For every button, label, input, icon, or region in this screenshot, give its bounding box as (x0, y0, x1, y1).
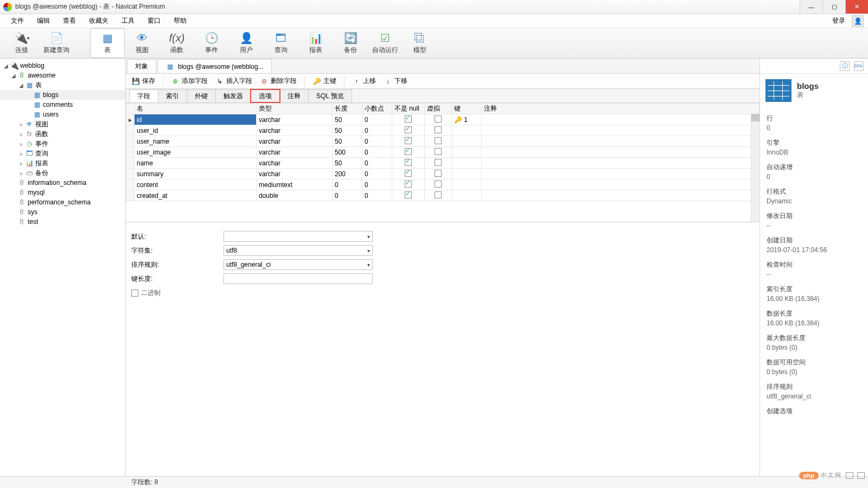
queries-icon: 🗔 (25, 149, 34, 158)
toolbar-query[interactable]: 🗔查询 (264, 28, 298, 58)
toolbar-autorun[interactable]: ☑自动运行 (368, 28, 403, 58)
grid-row[interactable]: contentmediumtext00 (126, 179, 760, 190)
grid-row[interactable]: user_namevarchar500 (126, 136, 760, 147)
query-icon: 🗔 (275, 31, 288, 44)
grid-row[interactable]: namevarchar500 (126, 158, 760, 169)
sql-icon: DDL (854, 63, 863, 68)
scrollbar-thumb[interactable] (751, 114, 760, 121)
grid-scrollbar[interactable] (751, 114, 760, 222)
tree-table-users[interactable]: ▦users (0, 110, 125, 119)
dtab-options[interactable]: 选项 (251, 89, 280, 102)
maximize-button[interactable]: ▢ (822, 0, 845, 14)
delete-field-button[interactable]: ⊖删除字段 (260, 76, 297, 86)
status-text: 字段数: 8 (131, 478, 158, 487)
connection-icon: 🔌 (10, 61, 18, 70)
tree-db-test[interactable]: 🛢test (0, 217, 125, 227)
toolbar-connect[interactable]: 🔌▾连接 (4, 28, 39, 58)
toolbar-report[interactable]: 📊报表 (298, 28, 333, 58)
grid-row[interactable]: summaryvarchar2000 (126, 169, 760, 179)
prop-row: 行0 (767, 114, 861, 132)
default-input[interactable]: ▾ (224, 231, 373, 242)
tree-table-comments[interactable]: ▦comments (0, 100, 125, 110)
keylen-label: 键长度: (131, 274, 224, 284)
info-button[interactable]: ⓘ (840, 61, 850, 71)
login-link[interactable]: 登录 (828, 16, 850, 25)
toolbar-model[interactable]: ⿻模型 (403, 28, 437, 58)
tree-database[interactable]: ◢🛢awesome (0, 70, 125, 80)
toolbar-user[interactable]: 👤用户 (229, 28, 264, 58)
tree-tables-folder[interactable]: ◢▦表 (0, 80, 125, 90)
dtab-comment[interactable]: 注释 (279, 89, 309, 102)
prop-row: 排序规则utf8_general_ci (767, 382, 861, 400)
move-down-button[interactable]: ↓下移 (384, 76, 407, 86)
dtab-indexes[interactable]: 索引 (158, 89, 187, 102)
tree-views[interactable]: ▹👁视图 (0, 119, 125, 129)
binary-checkbox[interactable]: 二进制 (131, 288, 161, 298)
chevron-down-icon: ▾ (367, 262, 370, 268)
close-button[interactable]: ✕ (845, 0, 868, 14)
toolbar-view[interactable]: 👁视图 (125, 28, 159, 58)
toolbar-new-query[interactable]: 📄新建查询 (39, 28, 74, 58)
tree-backups[interactable]: ▹🗃备份 (0, 168, 125, 178)
minimize-button[interactable]: — (800, 0, 822, 14)
prop-row: 数据长度16.00 KB (16,384) (767, 309, 861, 327)
menu-view[interactable]: 查看 (56, 16, 82, 25)
menu-help[interactable]: 帮助 (167, 16, 193, 25)
tree-db-sys[interactable]: 🛢sys (0, 207, 125, 217)
prop-row: 最大数据长度0 bytes (0) (767, 333, 861, 351)
dtab-sqlpreview[interactable]: SQL 预览 (308, 89, 352, 102)
toolbar-backup[interactable]: 🔄备份 (333, 28, 368, 58)
toolbar-event[interactable]: 🕒事件 (194, 28, 229, 58)
function-icon: f(x) (170, 31, 183, 44)
grid-row[interactable]: created_atdouble00 (126, 190, 760, 201)
prop-row: 创建选项 (767, 407, 861, 416)
dtab-fields[interactable]: 字段 (129, 89, 158, 102)
grid-row[interactable]: user_imagevarchar5000 (126, 147, 760, 158)
add-field-button[interactable]: ⊕添加字段 (171, 76, 208, 86)
tree-db-perfschema[interactable]: 🛢performance_schema (0, 197, 125, 207)
fields-grid[interactable]: 名类型长度小数点不是 null虚拟键注释▸idvarchar500🔑 1user… (126, 103, 760, 222)
tree-events[interactable]: ▹◷事件 (0, 139, 125, 149)
layout-toggle-1[interactable] (846, 472, 853, 479)
tree-functions[interactable]: ▹fx函数 (0, 129, 125, 139)
charset-input[interactable]: utf8▾ (224, 245, 373, 256)
collation-input[interactable]: utf8_general_ci▾ (224, 259, 373, 270)
tree-reports[interactable]: ▹📊报表 (0, 158, 125, 168)
ddl-button[interactable]: DDL (854, 61, 864, 71)
prop-row: 引擎InnoDB (767, 138, 861, 156)
arrow-up-icon: ↑ (352, 77, 361, 86)
primary-key-button[interactable]: 🔑主键 (312, 76, 336, 86)
insert-field-button[interactable]: ↳插入字段 (215, 76, 252, 86)
statusbar: 字段数: 8 (0, 476, 868, 488)
menu-edit[interactable]: 编辑 (30, 16, 56, 25)
tree-db-mysql[interactable]: 🛢mysql (0, 188, 125, 197)
tab-designer[interactable]: ▦blogs @awesome (webblog... (157, 59, 272, 73)
main-toolbar: 🔌▾连接 📄新建查询 ▦表 👁视图 f(x)函数 🕒事件 👤用户 🗔查询 📊报表… (0, 28, 868, 59)
grid-row[interactable]: ▸idvarchar500🔑 1 (126, 114, 760, 125)
dtab-foreignkeys[interactable]: 外键 (187, 89, 216, 102)
move-up-button[interactable]: ↑上移 (352, 76, 376, 86)
keylen-input[interactable] (224, 273, 373, 284)
menu-tools[interactable]: 工具 (115, 16, 141, 25)
backup-icon: 🔄 (344, 31, 357, 44)
tree-db-infoschema[interactable]: 🛢information_schema (0, 178, 125, 188)
watermark-text: 中文网 (821, 471, 842, 479)
save-button[interactable]: 💾保存 (131, 76, 155, 86)
layout-toggle-2[interactable] (857, 472, 865, 479)
menu-window[interactable]: 窗口 (141, 16, 167, 25)
database-icon: 🛢 (17, 178, 26, 187)
tree-queries[interactable]: ▹🗔查询 (0, 149, 125, 158)
dtab-triggers[interactable]: 触发器 (215, 89, 251, 102)
toolbar-function[interactable]: f(x)函数 (159, 28, 194, 58)
sidebar[interactable]: ◢🔌webblog ◢🛢awesome ◢▦表 ▦blogs ▦comments… (0, 59, 126, 476)
menu-favorites[interactable]: 收藏夹 (82, 16, 115, 25)
menu-file[interactable]: 文件 (4, 16, 30, 25)
table-item-icon: ▦ (33, 100, 41, 109)
tree-table-blogs[interactable]: ▦blogs (0, 90, 125, 100)
grid-row[interactable]: user_idvarchar500 (126, 125, 760, 136)
new-query-icon: 📄 (50, 31, 63, 44)
toolbar-table[interactable]: ▦表 (90, 28, 125, 58)
tab-objects[interactable]: 对象 (127, 59, 156, 73)
user-avatar[interactable]: 👤 (852, 15, 864, 27)
tree-connection[interactable]: ◢🔌webblog (0, 61, 125, 70)
